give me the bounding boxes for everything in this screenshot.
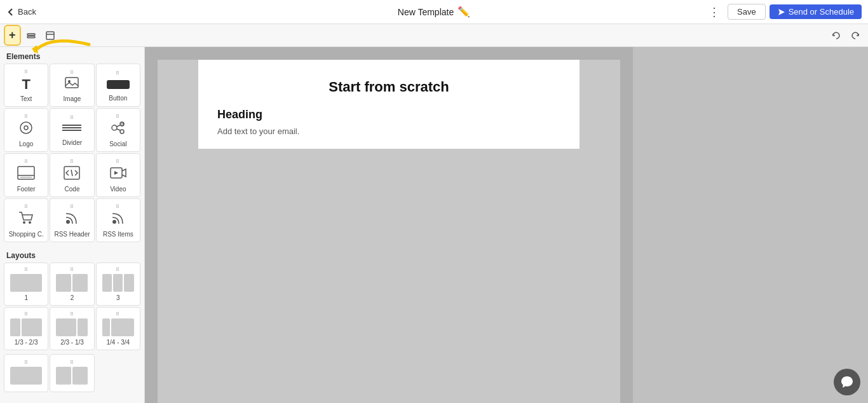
element-divider[interactable]: ⠿ Divider [50,108,94,152]
svg-rect-5 [65,78,78,88]
canvas-area: Start from scratch Heading Add text to y… [145,47,633,403]
shopping-cart-icon [18,211,34,228]
svg-point-13 [112,125,117,130]
layout-1col[interactable]: ⠿ 1 [4,263,48,306]
elements-grid: ⠿ T Text ⠿ Image ⠿ [0,64,144,246]
svg-marker-0 [778,9,785,15]
element-code[interactable]: ⠿ Code [50,153,94,197]
template-title: New Template [398,7,454,17]
rss-items-label: RSS Items [103,231,133,238]
preview-heading[interactable]: Heading [217,108,560,121]
layouts-grid-extra: ⠿ ⠿ [0,354,144,396]
shopping-cart-label: Shopping C. [9,231,44,238]
topbar: Back New Template ✏️ ⋮ Save Send or Sche… [0,0,868,24]
svg-rect-2 [27,36,35,38]
undo-button[interactable] [827,28,845,43]
layout-extra-2[interactable]: ⠿ [50,354,94,392]
element-rss-header[interactable]: ⠿ RSS Header [50,198,94,242]
social-icon: @ [111,121,126,138]
rss-header-label: RSS Header [54,231,90,238]
layout-2-3-1-3-label: 2/3 - 1/3 [60,339,84,346]
element-rss-items[interactable]: ⠿ RSS Items [96,198,140,242]
svg-point-15 [120,130,124,133]
element-button[interactable]: ⠿ Button [96,64,140,107]
rss-header-icon [65,211,79,228]
save-button[interactable]: Save [728,4,766,20]
svg-point-9 [24,126,28,130]
send-schedule-button[interactable]: Send or Schedule [770,4,862,19]
topbar-right: ⋮ Save Send or Schedule [705,4,862,20]
preview-start-from-scratch: Start from scratch [217,79,560,95]
toolbar-template-button[interactable] [41,28,59,43]
layout-3col-label: 3 [116,294,120,301]
layout-3col[interactable]: ⠿ 3 [96,263,140,306]
layout-1-4-3-4-label: 1/4 - 3/4 [106,339,130,346]
layouts-grid: ⠿ 1 ⠿ 2 ⠿ [0,263,144,354]
redo-button[interactable] [846,28,864,43]
element-logo[interactable]: ⠿ Logo [4,108,48,152]
divider-label: Divider [62,139,82,146]
svg-marker-25 [114,171,118,175]
layout-2col-label: 2 [71,294,74,301]
svg-point-8 [20,122,32,133]
right-panel [633,47,868,403]
sidebar: Elements ⠿ T Text ⠿ Image [0,47,145,403]
more-options-button[interactable]: ⋮ [705,5,724,19]
element-image[interactable]: ⠿ Image [50,64,94,107]
svg-point-26 [23,221,25,224]
undo-redo-group [827,28,864,43]
footer-label: Footer [17,186,36,193]
video-label: Video [110,186,126,193]
svg-point-28 [66,220,70,224]
plus-icon: + [9,29,16,42]
layout-extra-1[interactable]: ⠿ [4,354,48,392]
code-label: Code [65,186,80,193]
layouts-section-title: Layouts [0,246,144,263]
image-label: Image [64,95,81,102]
preview-body-text[interactable]: Add text to your email. [217,126,560,136]
layout-2col-preview [56,274,88,292]
element-text[interactable]: ⠿ T Text [4,64,48,107]
element-video[interactable]: ⠿ Video [96,153,140,197]
layout-extra-1-preview [10,367,42,385]
divider-icon [62,122,81,137]
layout-2-3-1-3[interactable]: ⠿ 2/3 - 1/3 [50,307,94,350]
back-label: Back [18,7,36,17]
button-icon [107,78,130,92]
svg-rect-7 [107,80,130,89]
svg-line-23 [71,170,72,176]
layout-1-3-2-3-preview [10,318,42,336]
layout-1-4-3-4[interactable]: ⠿ 1/4 - 3/4 [96,307,140,350]
rss-items-icon [111,211,125,228]
logo-icon [19,121,33,138]
layout-3col-preview [102,274,134,292]
layout-1-3-2-3[interactable]: ⠿ 1/3 - 2/3 [4,307,48,350]
element-footer[interactable]: ⠿ Footer [4,153,48,197]
edit-icon[interactable]: ✏️ [458,6,470,18]
svg-point-29 [112,220,116,224]
add-element-button[interactable]: + [4,25,21,46]
svg-text:@: @ [120,122,125,126]
canvas-content: Start from scratch Heading Add text to y… [158,60,620,403]
back-button[interactable]: Back [6,7,36,17]
chat-support-button[interactable] [834,369,860,395]
code-icon [64,166,80,183]
element-shopping-cart[interactable]: ⠿ Shopping C. [4,198,48,242]
layout-1col-preview [10,274,42,292]
main-layout: Elements ⠿ T Text ⠿ Image [0,47,868,403]
footer-icon [17,166,35,183]
element-social[interactable]: ⠿ @ Social [96,108,140,152]
svg-rect-1 [27,34,35,36]
logo-label: Logo [19,140,33,147]
svg-line-17 [117,129,120,130]
svg-rect-3 [46,32,54,39]
layout-1col-label: 1 [24,294,28,301]
layout-2col[interactable]: ⠿ 2 [50,263,94,306]
social-label: Social [109,140,126,147]
text-label: Text [20,95,32,102]
video-icon [110,166,126,183]
text-icon: T [22,76,30,93]
toolbar-layers-button[interactable] [22,28,40,43]
button-label: Button [109,95,127,102]
send-label: Send or Schedule [789,7,854,17]
